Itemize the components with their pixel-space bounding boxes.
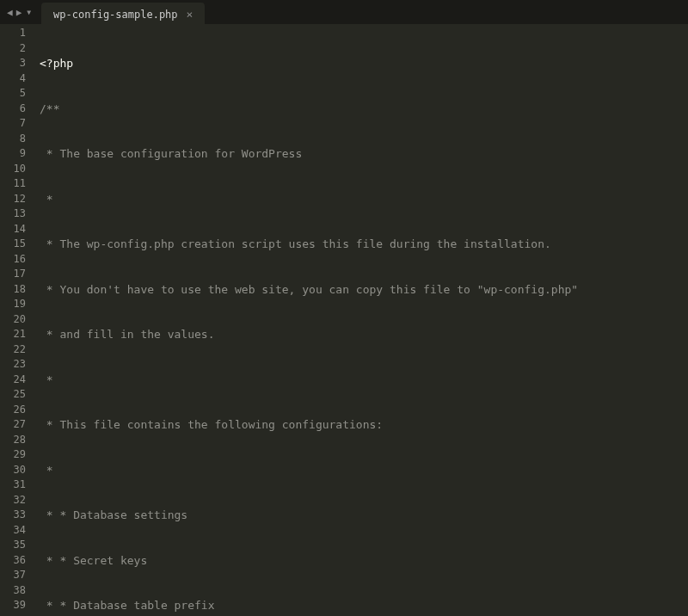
line-number: 14: [5, 222, 26, 237]
line-number: 19: [5, 297, 26, 312]
line-number: 37: [5, 568, 26, 583]
line-number: 8: [5, 132, 26, 147]
line-number: 31: [5, 477, 26, 493]
line-number: 27: [5, 417, 26, 433]
line-number: 2: [5, 41, 26, 57]
nav-forward-icon[interactable]: ▶: [16, 7, 22, 18]
line-number: 29: [5, 447, 26, 463]
line-number: 35: [5, 538, 26, 553]
php-open-tag: <?php: [40, 57, 73, 70]
line-number: 3: [5, 56, 26, 71]
comment: *: [40, 464, 53, 477]
comment: *: [40, 193, 53, 206]
line-number: 18: [5, 282, 26, 298]
line-number: 9: [5, 146, 26, 162]
line-number: 36: [5, 553, 26, 569]
line-number: 16: [5, 252, 26, 268]
line-number: 23: [5, 357, 26, 373]
line-number: 6: [5, 102, 26, 117]
line-number: 33: [5, 508, 26, 523]
nav-down-icon[interactable]: ▼: [27, 9, 31, 16]
comment: * The base configuration for WordPress: [40, 147, 302, 160]
line-number: 4: [5, 71, 26, 87]
comment: * You don't have to use the web site, yo…: [40, 283, 578, 296]
titlebar: ◀ ▶ ▼ wp-config-sample.php ×: [0, 0, 688, 24]
comment: * * Secret keys: [40, 554, 147, 567]
line-number: 11: [5, 176, 26, 192]
code-area[interactable]: <?php /** * The base configuration for W…: [34, 24, 578, 616]
line-number: 7: [5, 116, 26, 132]
line-number: 32: [5, 493, 26, 508]
comment: * and fill in the values.: [40, 328, 215, 341]
line-number: 22: [5, 342, 26, 358]
line-number: 20: [5, 312, 26, 328]
comment: *: [40, 373, 53, 386]
line-number: 28: [5, 433, 26, 448]
line-number: 24: [5, 373, 26, 388]
line-number: 17: [5, 267, 26, 282]
line-number: 25: [5, 387, 26, 403]
line-number: 10: [5, 162, 26, 177]
nav-back-icon[interactable]: ◀: [7, 7, 13, 18]
line-number-gutter: 1234567891011121314151617181920212223242…: [0, 24, 34, 616]
line-number: 1: [5, 26, 26, 41]
line-number: 26: [5, 403, 26, 418]
comment: /**: [40, 102, 59, 115]
line-number: 21: [5, 327, 26, 342]
tab-filename: wp-config-sample.php: [53, 9, 178, 21]
line-number: 34: [5, 523, 26, 539]
comment: * The wp-config.php creation script uses…: [40, 237, 551, 250]
comment: * * Database table prefix: [40, 599, 215, 612]
line-number: 39: [5, 598, 26, 613]
nav-controls: ◀ ▶ ▼: [7, 7, 31, 18]
line-number: 38: [5, 583, 26, 599]
line-number: 12: [5, 192, 26, 207]
line-number: 5: [5, 86, 26, 102]
comment: * This file contains the following confi…: [40, 418, 383, 431]
line-number: 30: [5, 463, 26, 478]
tab-bar: wp-config-sample.php ×: [41, 0, 205, 24]
comment: * * Database settings: [40, 508, 187, 521]
line-number: 15: [5, 237, 26, 252]
close-icon[interactable]: ×: [187, 8, 194, 21]
editor: 1234567891011121314151617181920212223242…: [0, 24, 688, 616]
line-number: 13: [5, 206, 26, 222]
file-tab[interactable]: wp-config-sample.php ×: [41, 3, 205, 25]
